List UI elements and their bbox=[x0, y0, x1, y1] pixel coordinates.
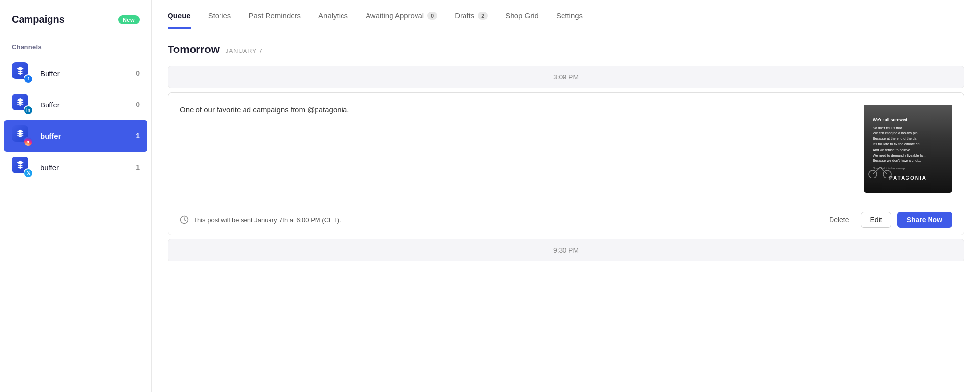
channel-name-tw: buffer bbox=[40, 163, 130, 172]
content-area: Tomorrow JANUARY 7 3:09 PM One of our fa… bbox=[152, 29, 980, 392]
channel-icon-fb-wrap: f bbox=[12, 62, 33, 84]
time-slot-1-time: 3:09 PM bbox=[553, 73, 579, 81]
top-nav: Queue Stories Past Reminders Analytics A… bbox=[152, 0, 980, 29]
time-slot-2: 9:30 PM bbox=[168, 239, 964, 261]
channel-name-ig: buffer bbox=[40, 132, 130, 140]
linkedin-badge: in bbox=[24, 105, 33, 115]
channel-item-buffer-fb[interactable]: f Buffer 0 bbox=[0, 57, 151, 89]
date-sub: JANUARY 7 bbox=[225, 47, 263, 54]
channel-icon-tw-wrap: 𝕏 bbox=[12, 157, 33, 178]
sidebar-divider bbox=[12, 35, 140, 35]
patagonia-line: It's too late to fix the climate cri... bbox=[873, 141, 943, 147]
sidebar-title: Campaigns bbox=[12, 14, 65, 25]
channel-icon-ig-wrap: ● bbox=[12, 125, 33, 147]
tab-awaiting-approval[interactable]: Awaiting Approval 0 bbox=[366, 11, 437, 29]
time-slot-1: 3:09 PM bbox=[168, 66, 964, 88]
patagonia-line: Because we don't have a choi... bbox=[873, 158, 943, 163]
channel-icon-li-wrap: in bbox=[12, 94, 33, 115]
channel-item-buffer-li[interactable]: in Buffer 0 bbox=[0, 89, 151, 120]
post-card-1: One of our favorite ad campaigns from @p… bbox=[168, 92, 964, 235]
drafts-badge: 2 bbox=[478, 12, 488, 20]
channel-count-tw: 1 bbox=[130, 163, 140, 171]
share-now-button[interactable]: Share Now bbox=[897, 212, 952, 228]
post-text: One of our favorite ad campaigns from @p… bbox=[180, 105, 854, 193]
main-content: Queue Stories Past Reminders Analytics A… bbox=[152, 0, 980, 392]
post-actions: Delete Edit Share Now bbox=[823, 212, 952, 228]
patagonia-line: And we refuse to believe bbox=[873, 147, 943, 153]
post-body: One of our favorite ad campaigns from @p… bbox=[168, 93, 964, 205]
twitter-badge: 𝕏 bbox=[24, 168, 33, 178]
date-label: Tomorrow bbox=[168, 43, 220, 56]
channel-count-li: 0 bbox=[130, 101, 140, 108]
patagonia-line: We need to demand a liveable la... bbox=[873, 153, 943, 158]
patagonia-headline: We're all screwed bbox=[873, 117, 943, 124]
sidebar: Campaigns New Channels f Buffer 0 in Buf… bbox=[0, 0, 152, 392]
awaiting-approval-badge: 0 bbox=[427, 12, 437, 20]
tab-past-reminders[interactable]: Past Reminders bbox=[248, 11, 301, 29]
patagonia-line: Because at the end of the da... bbox=[873, 136, 943, 141]
channel-item-buffer-tw[interactable]: 𝕏 buffer 1 bbox=[0, 152, 151, 183]
patagonia-ad-image: We're all screwed So don't tell us that … bbox=[864, 105, 952, 193]
delete-button[interactable]: Delete bbox=[823, 213, 855, 227]
tab-shop-grid[interactable]: Shop Grid bbox=[505, 11, 539, 29]
date-header: Tomorrow JANUARY 7 bbox=[168, 43, 964, 56]
tab-analytics[interactable]: Analytics bbox=[318, 11, 348, 29]
channel-name-li: Buffer bbox=[40, 101, 130, 109]
tab-drafts[interactable]: Drafts 2 bbox=[455, 11, 488, 29]
patagonia-line: We can imagine a healthy pla... bbox=[873, 131, 943, 136]
channel-item-buffer-ig[interactable]: ● buffer 1 bbox=[4, 120, 147, 152]
post-image: We're all screwed So don't tell us that … bbox=[864, 105, 952, 193]
tab-queue[interactable]: Queue bbox=[168, 11, 191, 29]
channels-label: Channels bbox=[0, 43, 151, 57]
post-schedule-info: This post will be sent January 7th at 6:… bbox=[180, 215, 341, 224]
bike-silhouette-icon bbox=[868, 163, 892, 178]
tab-stories[interactable]: Stories bbox=[208, 11, 231, 29]
time-slot-2-time: 9:30 PM bbox=[553, 246, 579, 254]
clock-icon bbox=[180, 215, 189, 224]
post-footer: This post will be sent January 7th at 6:… bbox=[168, 205, 964, 235]
facebook-badge: f bbox=[24, 74, 33, 84]
schedule-text: This post will be sent January 7th at 6:… bbox=[194, 216, 341, 224]
instagram-badge: ● bbox=[24, 137, 33, 147]
edit-button[interactable]: Edit bbox=[861, 212, 891, 228]
sidebar-header: Campaigns New bbox=[0, 0, 151, 35]
patagonia-logo: Patagonia bbox=[889, 175, 927, 181]
patagonia-line: So don't tell us that bbox=[873, 125, 943, 131]
tab-settings[interactable]: Settings bbox=[556, 11, 583, 29]
channel-count-ig: 1 bbox=[130, 132, 140, 140]
channel-count-fb: 0 bbox=[130, 69, 140, 77]
new-badge: New bbox=[118, 15, 140, 24]
channel-name-fb: Buffer bbox=[40, 69, 130, 78]
